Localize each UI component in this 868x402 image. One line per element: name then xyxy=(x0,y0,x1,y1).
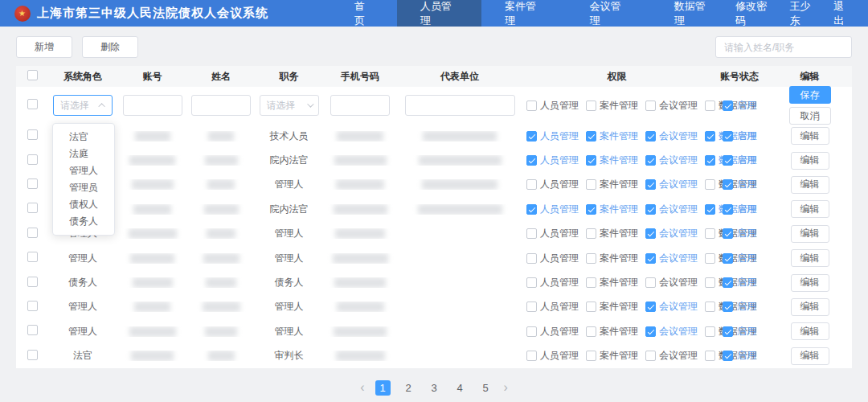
phone-input[interactable] xyxy=(330,95,390,116)
perm-case-checkbox[interactable] xyxy=(586,155,596,166)
edit-button[interactable]: 编辑 xyxy=(791,249,829,267)
perm-data-checkbox[interactable] xyxy=(705,326,715,337)
perm-case-checkbox[interactable] xyxy=(586,277,596,288)
perm-meeting-checkbox[interactable] xyxy=(645,277,656,288)
edit-button[interactable]: 编辑 xyxy=(791,347,829,365)
row-checkbox[interactable] xyxy=(27,277,38,287)
enabled-checkbox[interactable] xyxy=(723,302,733,312)
role-option-5[interactable]: 债务人 xyxy=(53,213,114,230)
enabled-checkbox[interactable] xyxy=(723,326,733,337)
perm-case-checkbox[interactable] xyxy=(586,131,596,142)
role-option-4[interactable]: 债权人 xyxy=(53,196,114,213)
enabled-checkbox[interactable] xyxy=(723,100,733,111)
edit-button[interactable]: 编辑 xyxy=(791,225,829,243)
page-4[interactable]: 4 xyxy=(452,380,468,396)
enabled-checkbox[interactable] xyxy=(723,253,733,264)
perm-data-checkbox[interactable] xyxy=(705,228,715,239)
page-5[interactable]: 5 xyxy=(478,380,493,396)
edit-button[interactable]: 编辑 xyxy=(791,322,829,340)
account-input[interactable] xyxy=(123,95,182,116)
perm-data-checkbox[interactable] xyxy=(705,155,715,166)
nav-item-home[interactable]: 首页 xyxy=(331,0,397,27)
nav-item-meeting[interactable]: 会议管理 xyxy=(566,0,650,27)
perm-data-checkbox[interactable] xyxy=(705,204,715,215)
row-checkbox[interactable] xyxy=(27,99,38,109)
change-password-link[interactable]: 修改密码 xyxy=(735,0,775,28)
row-checkbox[interactable] xyxy=(27,350,38,360)
row-checkbox[interactable] xyxy=(27,301,38,311)
perm-meeting-checkbox[interactable] xyxy=(645,351,656,361)
perm-meeting-checkbox[interactable] xyxy=(645,302,656,312)
name-input[interactable] xyxy=(191,95,251,116)
perm-data-checkbox[interactable] xyxy=(705,253,715,264)
enabled-checkbox[interactable] xyxy=(723,179,733,190)
logout-link[interactable]: 退出 xyxy=(833,0,854,28)
row-checkbox[interactable] xyxy=(27,325,38,335)
enabled-checkbox[interactable] xyxy=(723,351,733,361)
username[interactable]: 王少东 xyxy=(789,0,819,28)
select-all-checkbox[interactable] xyxy=(27,70,38,80)
enabled-checkbox[interactable] xyxy=(723,228,733,239)
edit-button[interactable]: 编辑 xyxy=(791,200,829,218)
next-page-arrow[interactable]: › xyxy=(504,381,508,394)
page-2[interactable]: 2 xyxy=(401,380,416,396)
row-checkbox[interactable] xyxy=(27,154,38,165)
perm-meeting-checkbox[interactable] xyxy=(645,204,656,215)
perm-case-checkbox[interactable] xyxy=(586,326,596,337)
perm-personnel-checkbox[interactable] xyxy=(526,204,537,215)
edit-button[interactable]: 编辑 xyxy=(791,152,829,170)
enabled-checkbox[interactable] xyxy=(723,131,733,142)
nav-item-data[interactable]: 数据管理 xyxy=(651,0,735,27)
add-button[interactable]: 新增 xyxy=(16,36,72,58)
perm-case-checkbox[interactable] xyxy=(586,100,596,111)
perm-meeting-checkbox[interactable] xyxy=(645,100,656,111)
cancel-button[interactable]: 取消 xyxy=(789,107,831,125)
perm-case-checkbox[interactable] xyxy=(586,204,596,215)
edit-button[interactable]: 编辑 xyxy=(791,176,829,194)
perm-personnel-checkbox[interactable] xyxy=(526,228,537,239)
row-checkbox[interactable] xyxy=(27,203,38,213)
perm-meeting-checkbox[interactable] xyxy=(645,155,656,166)
role-select[interactable]: 请选择 xyxy=(53,95,113,116)
row-checkbox[interactable] xyxy=(27,228,38,238)
perm-data-checkbox[interactable] xyxy=(705,277,715,288)
perm-personnel-checkbox[interactable] xyxy=(526,155,537,166)
perm-data-checkbox[interactable] xyxy=(705,351,715,361)
nav-item-case[interactable]: 案件管理 xyxy=(481,0,566,27)
perm-data-checkbox[interactable] xyxy=(705,100,715,111)
perm-personnel-checkbox[interactable] xyxy=(526,351,537,361)
row-checkbox[interactable] xyxy=(27,178,38,189)
prev-page-arrow[interactable]: ‹ xyxy=(360,381,364,394)
role-option-3[interactable]: 管理员 xyxy=(53,179,114,196)
nav-item-personnel[interactable]: 人员管理 xyxy=(397,0,481,27)
perm-personnel-checkbox[interactable] xyxy=(526,131,537,142)
title-select[interactable]: 请选择 xyxy=(260,95,319,116)
perm-personnel-checkbox[interactable] xyxy=(526,277,537,288)
edit-button[interactable]: 编辑 xyxy=(791,298,829,316)
enabled-checkbox[interactable] xyxy=(723,155,733,166)
perm-data-checkbox[interactable] xyxy=(705,302,715,312)
search-input[interactable] xyxy=(715,36,852,58)
perm-personnel-checkbox[interactable] xyxy=(526,179,537,190)
unit-input[interactable] xyxy=(405,95,515,116)
role-option-2[interactable]: 管理人 xyxy=(53,162,114,179)
edit-button[interactable]: 编辑 xyxy=(791,127,829,145)
perm-personnel-checkbox[interactable] xyxy=(526,326,537,337)
perm-case-checkbox[interactable] xyxy=(586,351,596,361)
role-option-0[interactable]: 法官 xyxy=(53,129,114,146)
delete-button[interactable]: 删除 xyxy=(82,36,138,58)
perm-meeting-checkbox[interactable] xyxy=(645,326,656,337)
perm-case-checkbox[interactable] xyxy=(586,302,596,312)
row-checkbox[interactable] xyxy=(27,252,38,262)
perm-case-checkbox[interactable] xyxy=(586,179,596,190)
perm-personnel-checkbox[interactable] xyxy=(526,302,537,312)
save-button[interactable]: 保存 xyxy=(789,86,831,104)
edit-button[interactable]: 编辑 xyxy=(791,274,829,292)
perm-case-checkbox[interactable] xyxy=(586,253,596,264)
perm-meeting-checkbox[interactable] xyxy=(645,179,656,190)
perm-case-checkbox[interactable] xyxy=(586,228,596,239)
enabled-checkbox[interactable] xyxy=(723,204,733,215)
perm-meeting-checkbox[interactable] xyxy=(645,228,656,239)
perm-data-checkbox[interactable] xyxy=(705,131,715,142)
page-3[interactable]: 3 xyxy=(427,380,442,396)
